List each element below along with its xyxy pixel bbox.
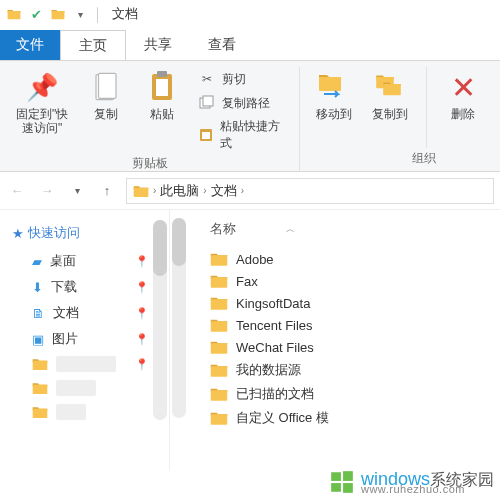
nav-recent-icon[interactable]: ▾ bbox=[66, 180, 88, 202]
list-item[interactable]: Adobe bbox=[204, 248, 500, 270]
tab-file[interactable]: 文件 bbox=[0, 30, 60, 60]
paste-button[interactable]: 粘贴 bbox=[138, 67, 186, 123]
sort-indicator-icon: ︿ bbox=[286, 223, 295, 236]
quickaccess-label: 快速访问 bbox=[28, 224, 80, 242]
chevron-right-icon[interactable]: › bbox=[203, 185, 206, 196]
folder-icon bbox=[210, 317, 228, 333]
folder-icon bbox=[6, 6, 22, 22]
pictures-icon: ▣ bbox=[32, 332, 44, 347]
folder-icon bbox=[50, 6, 66, 22]
delete-icon: ✕ bbox=[445, 69, 481, 105]
listpane-scrollbar[interactable] bbox=[172, 218, 186, 418]
copy-button[interactable]: 复制 bbox=[82, 67, 130, 123]
copypath-button[interactable]: 复制路径 bbox=[194, 93, 289, 113]
navpane-scrollbar[interactable] bbox=[153, 220, 167, 420]
nav-forward-icon[interactable]: → bbox=[36, 180, 58, 202]
svg-rect-11 bbox=[331, 483, 341, 492]
ribbon: 📌 固定到"快 速访问" 复制 粘贴 ✂ 剪切 复制路 bbox=[0, 60, 500, 172]
chevron-right-icon[interactable]: › bbox=[241, 185, 244, 196]
copyto-icon bbox=[372, 69, 408, 105]
list-item-label: 自定义 Office 模 bbox=[236, 409, 329, 427]
folder-icon bbox=[210, 386, 228, 402]
svg-rect-4 bbox=[157, 71, 167, 77]
folder-icon bbox=[210, 273, 228, 289]
copy-icon bbox=[88, 69, 124, 105]
ribbon-tabs: 文件 主页 共享 查看 bbox=[0, 28, 500, 60]
cut-icon: ✂ bbox=[198, 70, 216, 88]
rename-button[interactable]: 重 bbox=[495, 67, 500, 123]
tab-view[interactable]: 查看 bbox=[190, 30, 254, 60]
pasteshortcut-icon bbox=[198, 126, 214, 144]
star-icon: ★ bbox=[12, 226, 24, 241]
moveto-button[interactable]: 移动到 bbox=[310, 67, 358, 123]
sidebar-item-label: 桌面 bbox=[50, 252, 76, 270]
folder-icon bbox=[210, 251, 228, 267]
list-item-label: 我的数据源 bbox=[236, 361, 301, 379]
list-item[interactable]: WeChat Files bbox=[204, 336, 500, 358]
folder-icon bbox=[32, 405, 48, 419]
quickaccess-header[interactable]: ★ 快速访问 bbox=[6, 224, 169, 242]
blurred-label bbox=[56, 404, 86, 420]
sidebar-item-blurred[interactable]: 📍 bbox=[6, 352, 169, 376]
sidebar-item-label: 下载 bbox=[51, 278, 77, 296]
paste-icon bbox=[144, 69, 180, 105]
blurred-label bbox=[56, 356, 116, 372]
paste-label: 粘贴 bbox=[150, 107, 174, 121]
content-area: ★ 快速访问 ▰ 桌面 📍 ⬇ 下载 📍 🗎 文档 📍 ▣ 图片 📍 📍 bbox=[0, 210, 500, 471]
list-item-label: WeChat Files bbox=[236, 340, 314, 355]
sidebar-item-pictures[interactable]: ▣ 图片 📍 bbox=[6, 326, 169, 352]
list-item[interactable]: Fax bbox=[204, 270, 500, 292]
crumb-folder[interactable]: 文档 bbox=[211, 182, 237, 200]
list-item-label: Fax bbox=[236, 274, 258, 289]
windows-logo-icon bbox=[329, 469, 355, 495]
sidebar-item-desktop[interactable]: ▰ 桌面 📍 bbox=[6, 248, 169, 274]
sidebar-item-blurred[interactable] bbox=[6, 400, 169, 424]
folder-icon bbox=[210, 362, 228, 378]
clipboard-group-label: 剪贴板 bbox=[132, 153, 168, 176]
sidebar-item-downloads[interactable]: ⬇ 下载 📍 bbox=[6, 274, 169, 300]
chevron-right-icon[interactable]: › bbox=[153, 185, 156, 196]
moveto-icon bbox=[316, 69, 352, 105]
list-item[interactable]: 我的数据源 bbox=[204, 358, 500, 382]
pin-label: 固定到"快 速访问" bbox=[16, 107, 68, 135]
svg-rect-12 bbox=[343, 483, 353, 493]
sidebar-item-documents[interactable]: 🗎 文档 📍 bbox=[6, 300, 169, 326]
tab-share[interactable]: 共享 bbox=[126, 30, 190, 60]
pin-icon: 📍 bbox=[135, 307, 149, 320]
list-item-label: KingsoftData bbox=[236, 296, 310, 311]
sidebar-item-label: 文档 bbox=[53, 304, 79, 322]
pasteshortcut-label: 粘贴快捷方式 bbox=[220, 118, 285, 152]
address-bar[interactable]: › 此电脑 › 文档 › bbox=[126, 178, 494, 204]
pasteshortcut-button[interactable]: 粘贴快捷方式 bbox=[194, 117, 289, 153]
column-header-name[interactable]: 名称 ︿ bbox=[204, 216, 500, 248]
svg-rect-9 bbox=[331, 472, 341, 481]
svg-rect-6 bbox=[203, 96, 213, 106]
moveto-label: 移动到 bbox=[316, 107, 352, 121]
crumb-root[interactable]: 此电脑 bbox=[160, 182, 199, 200]
copyto-label: 复制到 bbox=[372, 107, 408, 121]
list-item[interactable]: Tencent Files bbox=[204, 314, 500, 336]
pin-icon: 📍 bbox=[135, 281, 149, 294]
folder-icon bbox=[32, 381, 48, 395]
pin-icon: 📍 bbox=[135, 255, 149, 268]
list-item[interactable]: KingsoftData bbox=[204, 292, 500, 314]
nav-back-icon[interactable]: ← bbox=[6, 180, 28, 202]
tab-home[interactable]: 主页 bbox=[60, 30, 126, 60]
svg-rect-3 bbox=[156, 79, 168, 96]
delete-button[interactable]: ✕ 删除 bbox=[439, 67, 487, 123]
nav-up-icon[interactable]: ↑ bbox=[96, 180, 118, 202]
list-item-label: 已扫描的文档 bbox=[236, 385, 314, 403]
folder-icon bbox=[210, 295, 228, 311]
copypath-label: 复制路径 bbox=[222, 95, 270, 112]
qat-dropdown-icon[interactable]: ▾ bbox=[72, 6, 88, 22]
copyto-button[interactable]: 复制到 bbox=[366, 67, 414, 123]
desktop-icon: ▰ bbox=[32, 254, 42, 269]
list-item[interactable]: 自定义 Office 模 bbox=[204, 406, 500, 430]
pin-quickaccess-button[interactable]: 📌 固定到"快 速访问" bbox=[10, 67, 74, 137]
qat-check-icon[interactable]: ✔ bbox=[28, 6, 44, 22]
cut-button[interactable]: ✂ 剪切 bbox=[194, 69, 289, 89]
sidebar-item-blurred[interactable] bbox=[6, 376, 169, 400]
delete-label: 删除 bbox=[451, 107, 475, 121]
list-item[interactable]: 已扫描的文档 bbox=[204, 382, 500, 406]
svg-rect-10 bbox=[343, 471, 353, 481]
